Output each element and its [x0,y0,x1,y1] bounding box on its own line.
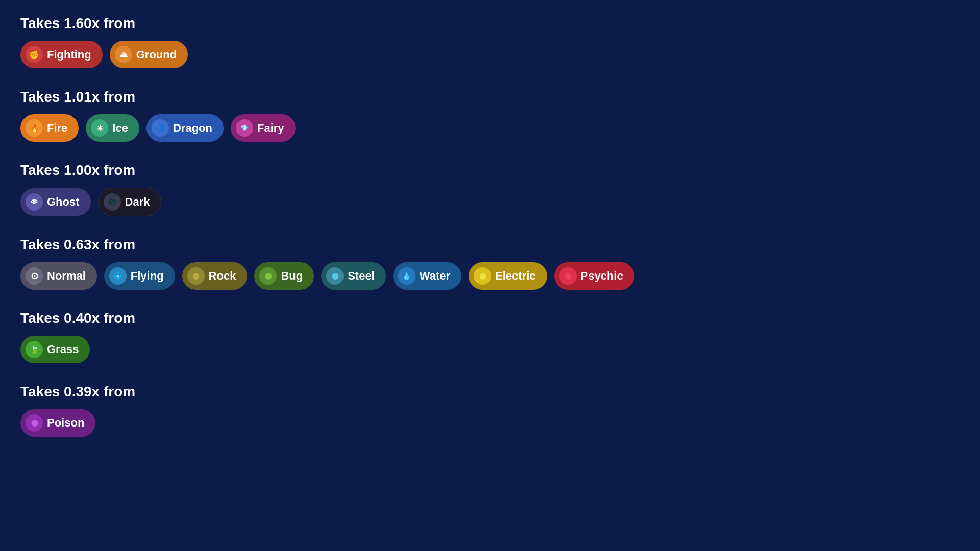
water-label: Water [420,269,450,283]
badge-fairy[interactable]: Fairy [231,114,296,142]
fighting-label: Fighting [47,48,91,61]
ice-icon [91,119,108,137]
badge-grass[interactable]: Grass [20,336,90,363]
section-title-3: Takes 0.63x from [20,237,960,253]
poison-label: Poison [47,416,84,430]
ground-icon [115,46,132,63]
badges-container-2: GhostDark [20,188,960,216]
electric-label: Electric [495,269,536,283]
badge-flying[interactable]: Flying [104,262,175,290]
water-icon [398,267,415,285]
dragon-label: Dragon [173,121,212,135]
normal-icon [26,267,43,285]
badge-fire[interactable]: Fire [20,114,79,142]
badges-container-5: Poison [20,409,960,437]
badge-poison[interactable]: Poison [20,409,95,437]
ghost-label: Ghost [47,195,80,209]
grass-label: Grass [47,343,79,356]
bug-icon [259,267,277,285]
dragon-icon [152,119,169,137]
section-title-2: Takes 1.00x from [20,162,960,179]
section-title-0: Takes 1.60x from [20,15,960,32]
badge-dragon[interactable]: Dragon [146,114,224,142]
fire-label: Fire [47,121,67,135]
fairy-label: Fairy [257,121,284,135]
badge-steel[interactable]: Steel [321,262,386,290]
electric-icon [474,267,491,285]
app-container: Takes 1.60x fromFightingGroundTakes 1.01… [20,15,960,437]
badge-normal[interactable]: Normal [20,262,97,290]
psychic-icon [559,267,577,285]
bug-label: Bug [281,269,303,283]
badges-container-1: FireIceDragonFairy [20,114,960,142]
poison-icon [26,414,43,432]
flying-icon [109,267,127,285]
section-title-5: Takes 0.39x from [20,384,960,400]
fire-icon [26,119,43,137]
badge-bug[interactable]: Bug [254,262,314,290]
section-5: Takes 0.39x fromPoison [20,384,960,437]
section-1: Takes 1.01x fromFireIceDragonFairy [20,89,960,142]
steel-icon [326,267,344,285]
badge-ghost[interactable]: Ghost [20,188,91,216]
badge-fighting[interactable]: Fighting [20,41,103,68]
badge-electric[interactable]: Electric [469,262,547,290]
badges-container-4: Grass [20,336,960,363]
badges-container-0: FightingGround [20,41,960,68]
badges-container-3: NormalFlyingRockBugSteelWaterElectricPsy… [20,262,960,290]
section-title-4: Takes 0.40x from [20,310,960,327]
steel-label: Steel [348,269,375,283]
fighting-icon [26,46,43,63]
dark-label: Dark [125,195,150,209]
normal-label: Normal [47,269,86,283]
section-3: Takes 0.63x fromNormalFlyingRockBugSteel… [20,237,960,290]
rock-icon [187,267,205,285]
section-2: Takes 1.00x fromGhostDark [20,162,960,216]
fairy-icon [236,119,253,137]
grass-icon [26,341,43,358]
badge-water[interactable]: Water [393,262,461,290]
section-title-1: Takes 1.01x from [20,89,960,105]
psychic-label: Psychic [581,269,623,283]
badge-ice[interactable]: Ice [86,114,139,142]
badge-rock[interactable]: Rock [182,262,248,290]
badge-ground[interactable]: Ground [110,41,188,68]
flying-label: Flying [131,269,164,283]
rock-label: Rock [209,269,236,283]
ground-label: Ground [136,48,177,61]
dark-icon [104,193,121,211]
section-0: Takes 1.60x fromFightingGround [20,15,960,68]
section-4: Takes 0.40x fromGrass [20,310,960,363]
badge-psychic[interactable]: Psychic [554,262,634,290]
ice-label: Ice [112,121,128,135]
ghost-icon [26,193,43,211]
badge-dark[interactable]: Dark [98,188,162,216]
